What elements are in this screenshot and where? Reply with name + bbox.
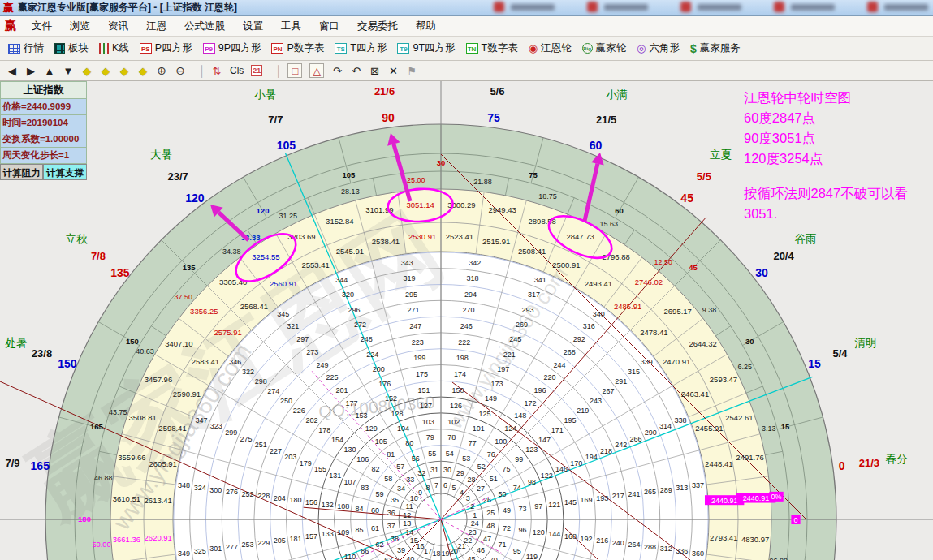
toolbar-9T四方形[interactable]: T99T四方形 — [397, 41, 455, 55]
menu-浏览[interactable]: 浏览 — [61, 19, 99, 33]
svg-text:341: 341 — [534, 276, 546, 284]
box-x-tool-icon[interactable]: ⊠ — [369, 65, 380, 77]
svg-text:6: 6 — [443, 481, 447, 489]
svg-text:31: 31 — [430, 466, 438, 474]
svg-text:293: 293 — [521, 306, 533, 314]
calendar-icon[interactable]: 21 — [251, 65, 262, 76]
toolbar-江恩轮[interactable]: ◉江恩轮 — [529, 41, 572, 55]
collapse-tool-icon[interactable]: ✕ — [387, 65, 399, 77]
cls-button[interactable]: Cls — [230, 65, 244, 76]
toolbar-板块[interactable]: 板块 — [54, 41, 89, 55]
svg-text:122: 122 — [541, 472, 553, 480]
计算支撑-button[interactable]: 计算支撑 — [43, 164, 87, 180]
zoom-out-icon[interactable]: ⊖ — [175, 64, 186, 77]
svg-text:2500.91: 2500.91 — [552, 261, 580, 269]
svg-text:105: 105 — [342, 170, 356, 179]
svg-text:2949.43: 2949.43 — [489, 205, 516, 214]
svg-text:135: 135 — [183, 263, 197, 272]
menu-文件[interactable]: 文件 — [23, 19, 61, 33]
svg-text:7: 7 — [434, 481, 438, 489]
zoom-in-icon[interactable]: ⊕ — [156, 64, 167, 77]
pointer-down-icon[interactable]: ▼ — [63, 65, 74, 77]
updown-marker-icon[interactable]: ⇅ — [211, 65, 222, 77]
svg-text:133: 133 — [322, 530, 334, 538]
toolbar-赢家轮[interactable]: Big赢家轮 — [582, 41, 627, 55]
triangle-tool-icon[interactable]: △ — [309, 63, 324, 78]
toolbar-行情[interactable]: 行情 — [8, 41, 44, 55]
svg-text:2590.91: 2590.91 — [173, 390, 201, 398]
pan-down-icon[interactable]: ◆ — [137, 65, 149, 77]
toolbar-label: 9P四方形 — [218, 41, 261, 55]
svg-text:348: 348 — [178, 481, 190, 489]
menu-江恩[interactable]: 江恩 — [137, 19, 175, 33]
svg-text:251: 251 — [255, 441, 267, 449]
toolbar-P数字表[interactable]: PNP数字表 — [271, 41, 324, 55]
svg-text:4830.97: 4830.97 — [741, 535, 769, 544]
svg-text:157: 157 — [305, 532, 317, 541]
svg-text:71: 71 — [498, 541, 506, 549]
svg-text:58: 58 — [384, 475, 392, 483]
redacted-item — [867, 2, 928, 12]
svg-text:249: 249 — [316, 361, 328, 369]
svg-text:96.88: 96.88 — [770, 557, 788, 560]
menu-资讯[interactable]: 资讯 — [99, 19, 137, 33]
menu-帮助[interactable]: 帮助 — [407, 19, 445, 33]
main-toolbar: 行情板块K线PSP四方形P99P四方形PNP数字表TST四方形T99T四方形TN… — [0, 37, 933, 61]
svg-text:60: 60 — [615, 206, 624, 215]
flag-tool-icon[interactable]: ⚑ — [406, 65, 417, 77]
svg-text:2440.91: 2440.91 — [711, 497, 738, 505]
toolbar-P四方形[interactable]: PSP四方形 — [140, 41, 192, 55]
analysis-note-line: 按循环法则2847不破可以看 — [744, 183, 908, 204]
svg-text:46.88: 46.88 — [94, 474, 113, 482]
menu-设置[interactable]: 设置 — [234, 19, 272, 33]
svg-text:244: 244 — [554, 361, 566, 369]
svg-text:273: 273 — [306, 348, 318, 356]
redacted-item — [494, 2, 555, 12]
toolbar-T四方形[interactable]: TST四方形 — [335, 41, 387, 55]
svg-text:150: 150 — [126, 337, 139, 346]
svg-text:296: 296 — [348, 306, 360, 314]
svg-text:201: 201 — [335, 386, 348, 394]
square-tool-icon[interactable]: □ — [287, 63, 302, 78]
menu-交易委托[interactable]: 交易委托 — [348, 19, 407, 33]
toolbar-label: 板块 — [68, 41, 89, 55]
svg-text:2746.02: 2746.02 — [635, 278, 663, 286]
svg-text:2463.41: 2463.41 — [681, 390, 709, 398]
svg-text:34.38: 34.38 — [222, 248, 241, 256]
pointer-up-icon[interactable]: ▲ — [44, 65, 55, 77]
计算阻力-button[interactable]: 计算阻力 — [0, 164, 43, 180]
svg-text:95: 95 — [513, 547, 521, 555]
menu-工具[interactable]: 工具 — [272, 19, 310, 33]
svg-text:2440.91: 2440.91 — [743, 494, 770, 502]
svg-text:275: 275 — [240, 435, 252, 443]
svg-text:250: 250 — [280, 397, 292, 405]
svg-text:37.50: 37.50 — [175, 293, 193, 301]
pan-left-icon[interactable]: ◆ — [81, 65, 93, 77]
svg-text:7/9: 7/9 — [6, 457, 20, 469]
menu-窗口[interactable]: 窗口 — [310, 19, 348, 33]
svg-text:314: 314 — [659, 422, 672, 430]
rotate-ccw-icon[interactable]: ↶ — [350, 65, 361, 77]
pan-up-icon[interactable]: ◆ — [119, 65, 130, 77]
svg-text:48: 48 — [486, 522, 495, 530]
svg-text:312: 312 — [660, 545, 672, 553]
nav-forward-icon[interactable]: ▶ — [25, 65, 37, 77]
toolbar-9P四方形[interactable]: P99P四方形 — [203, 41, 261, 55]
svg-text:128: 128 — [391, 410, 404, 418]
menu-公式选股[interactable]: 公式选股 — [175, 19, 234, 33]
svg-text:102: 102 — [447, 418, 460, 426]
toolbar-K线[interactable]: K线 — [99, 41, 129, 55]
panel-buttons: 计算阻力计算支撑 — [0, 164, 87, 180]
svg-text:336: 336 — [676, 547, 688, 555]
rotate-cw-icon[interactable]: ↷ — [331, 65, 343, 77]
toolbar-label: 9T四方形 — [413, 41, 455, 55]
toolbar-赢家服务[interactable]: $赢家服务 — [690, 41, 741, 55]
nav-back-icon[interactable]: ◀ — [6, 65, 18, 77]
pan-right-icon[interactable]: ◆ — [100, 65, 111, 77]
panel-title: 上证指数 — [0, 81, 87, 99]
toolbar-六角形[interactable]: ◎六角形 — [637, 41, 680, 55]
toolbar-T数字表[interactable]: TNT数字表 — [466, 41, 518, 55]
window-title: 赢家江恩专业版[赢家服务平台] - [上证指数 江恩轮] — [18, 1, 237, 15]
svg-text:277: 277 — [226, 543, 238, 551]
svg-text:150: 150 — [451, 386, 464, 394]
